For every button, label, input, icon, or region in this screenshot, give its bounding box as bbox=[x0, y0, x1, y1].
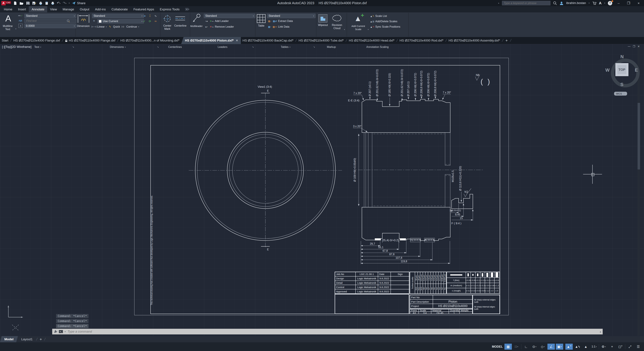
multileader-button[interactable]: Multileader bbox=[189, 25, 204, 28]
continue-button[interactable]: Continue bbox=[126, 25, 137, 28]
file-tab-mounting[interactable]: HS Ø270xØ110x4000...n of Mounting.dxf* bbox=[119, 37, 181, 44]
customization-menu-icon[interactable]: ☰ bbox=[635, 344, 642, 350]
text-align-icon[interactable]: A|B bbox=[18, 19, 22, 23]
save-as-icon[interactable] bbox=[32, 1, 36, 5]
annotation-visibility-icon[interactable]: ▲° bbox=[565, 344, 573, 350]
viewcube-north[interactable]: N bbox=[620, 54, 624, 60]
link-data-button[interactable]: Link Data bbox=[278, 25, 290, 28]
isolate-objects-icon[interactable]: ◻° bbox=[617, 344, 624, 350]
leader-collect-icon[interactable]: ↝ bbox=[204, 19, 208, 23]
file-tab-flange-2[interactable]: HS Ø270xØ110x4000 Flange.dxf bbox=[64, 37, 117, 44]
file-tab-start[interactable]: Start bbox=[0, 37, 10, 44]
find-text-input[interactable] bbox=[26, 19, 67, 23]
cart-icon[interactable] bbox=[592, 1, 596, 5]
viewcube[interactable]: N S W E TOP WCS▼ bbox=[606, 55, 638, 99]
add-current-scale-icon[interactable]: ▲ + bbox=[352, 13, 364, 24]
sync-scale-positions-button[interactable]: Sync Scale Positions bbox=[375, 25, 400, 28]
new-file-icon[interactable] bbox=[14, 1, 17, 5]
file-tab-backcap[interactable]: HS Ø270xØ110x4000 BackCap.dxf* bbox=[241, 37, 295, 44]
tab-insert[interactable]: Insert bbox=[15, 6, 29, 13]
file-tab-rod[interactable]: HS Ø270xØ110x4000 Rod.dxf* bbox=[398, 37, 445, 44]
table-icon[interactable] bbox=[257, 14, 266, 23]
file-tab-tube[interactable]: HS Ø270xØ110x4000 Tube.dxf* bbox=[297, 37, 346, 44]
dimension-icon[interactable] bbox=[77, 14, 90, 24]
user-menu-chevron-icon[interactable]: ▾ bbox=[588, 2, 590, 4]
share-button[interactable]: Share bbox=[72, 1, 86, 5]
leader-align-icon[interactable]: ↜ bbox=[204, 25, 208, 29]
viewcube-west[interactable]: W bbox=[605, 68, 610, 73]
linear-button[interactable]: Linear bbox=[97, 25, 104, 28]
text-panel-launcher-icon[interactable]: ↘ bbox=[72, 46, 74, 48]
ordinate-icon[interactable]: ⌶ bbox=[148, 14, 152, 18]
dimensions-panel-launcher-icon[interactable]: ↘ bbox=[157, 46, 159, 48]
wipeout-icon[interactable] bbox=[318, 14, 328, 23]
tab-featured-apps[interactable]: Featured Apps bbox=[130, 6, 157, 13]
multiline-text-dropdown[interactable]: ▾ bbox=[16, 28, 16, 30]
new-tab-button[interactable]: + bbox=[504, 38, 510, 43]
help-icon[interactable]: ? bbox=[608, 1, 612, 5]
fullscreen-icon[interactable]: ⤢ bbox=[626, 344, 634, 350]
find-text-field[interactable] bbox=[24, 19, 76, 23]
file-tab-flange-1[interactable]: HS Ø270xØ110x4000 Flange.dxf bbox=[12, 37, 62, 44]
text-height-select[interactable]: 0.0000▾ bbox=[24, 24, 76, 28]
ortho-mode-icon[interactable]: ∟ bbox=[522, 344, 530, 350]
center-mark-icon[interactable] bbox=[163, 14, 172, 24]
breakline-icon[interactable]: ⇥ bbox=[142, 14, 146, 18]
search-icon[interactable] bbox=[553, 1, 557, 5]
text-panel-title[interactable]: Text▾ bbox=[0, 45, 76, 49]
add-current-scale-dropdown[interactable]: ▾ bbox=[368, 29, 369, 31]
viewport-minimize-ic`on[interactable]: — bbox=[628, 45, 630, 48]
object-snap-icon[interactable]: ▣▾ bbox=[556, 344, 563, 350]
continue-dropdown[interactable]: ▾ bbox=[138, 26, 139, 28]
scrollbar-thumb[interactable] bbox=[638, 103, 640, 169]
model-tab[interactable]: Model bbox=[0, 336, 18, 342]
grid-display-icon[interactable]: ▦ bbox=[504, 344, 512, 350]
text-style-select[interactable]: Standard▾ bbox=[24, 14, 76, 18]
annotation-scale-icon[interactable]: ▲ bbox=[582, 344, 590, 350]
remove-leader-button[interactable]: Remove Leader bbox=[215, 25, 234, 28]
add-leader-button[interactable]: Add Leader bbox=[215, 20, 229, 23]
leader-style-select[interactable]: Standard▾ bbox=[204, 14, 255, 18]
centerline-button[interactable]: Centerline bbox=[173, 24, 188, 27]
file-tab-head[interactable]: HS Ø270xØ110x4000 Head.dxf* bbox=[347, 37, 396, 44]
dim-layer-select[interactable]: Use Current▾ bbox=[98, 19, 144, 24]
viewcube-south[interactable]: S bbox=[620, 82, 624, 87]
clean-screen-crosshair-icon[interactable]: + bbox=[608, 344, 616, 350]
viewcube-top-face[interactable]: TOP bbox=[616, 63, 628, 76]
linear-dropdown[interactable]: ▾ bbox=[106, 26, 107, 28]
multiline-text-icon[interactable]: A bbox=[1, 14, 16, 24]
viewcube-east[interactable]: E bbox=[635, 68, 638, 73]
open-icon[interactable] bbox=[20, 1, 24, 5]
centerline-icon[interactable] bbox=[175, 15, 186, 22]
model-space-toggle[interactable]: MODEL bbox=[491, 344, 504, 350]
plot-icon[interactable] bbox=[39, 1, 42, 5]
user-avatar-icon[interactable] bbox=[560, 1, 564, 5]
command-line[interactable]: >_ ▾ ▴ bbox=[52, 329, 603, 334]
tab-view[interactable]: View bbox=[47, 6, 60, 13]
autodesk-apps-icon[interactable]: A bbox=[599, 1, 602, 5]
export-icon[interactable] bbox=[45, 1, 48, 5]
polar-tracking-icon[interactable]: ⊙▾ bbox=[531, 344, 538, 350]
revision-cloud-dropdown[interactable]: ▾ bbox=[344, 29, 345, 31]
new-layout-button[interactable]: + bbox=[38, 337, 44, 342]
spell-check-icon[interactable]: ABC✓ bbox=[18, 14, 22, 18]
annotation-autoscale-icon[interactable]: ▲ϟ bbox=[574, 344, 581, 350]
file-tab-assembly[interactable]: HS Ø270xØ110x4000 Assembly.dxf* bbox=[447, 37, 502, 44]
ribbon-display-toggle[interactable]: ▪▾ bbox=[182, 6, 192, 13]
workspace-switching-icon[interactable]: ⚙▾ bbox=[600, 344, 607, 350]
dimensions-panel-title[interactable]: Dimensions▾ bbox=[76, 45, 160, 49]
redo-button[interactable]: ↷▾ bbox=[63, 0, 66, 7]
qat-customize-icon[interactable]: ▾ bbox=[69, 2, 70, 4]
wcs-menu[interactable]: WCS▼ bbox=[614, 92, 627, 96]
revision-cloud-icon[interactable] bbox=[332, 15, 342, 23]
dim-style-select[interactable]: Standard▾ bbox=[92, 14, 144, 18]
signed-in-user[interactable]: ibrahim.bostan bbox=[566, 1, 586, 5]
autocad-logo[interactable]: ACAD bbox=[1, 1, 11, 5]
command-expand-icon[interactable]: ▴ bbox=[600, 330, 601, 333]
annotation-scale-value[interactable]: 1:1▾ bbox=[590, 344, 598, 350]
tab-close-icon[interactable]: ✕ bbox=[236, 39, 238, 42]
snap-mode-icon[interactable]: ∷▾ bbox=[513, 344, 520, 350]
undo-button[interactable]: ↶▾ bbox=[57, 0, 60, 7]
tab-annotate[interactable]: Annotate bbox=[29, 6, 47, 13]
isometric-drafting-icon[interactable]: ◇▾ bbox=[539, 344, 546, 350]
